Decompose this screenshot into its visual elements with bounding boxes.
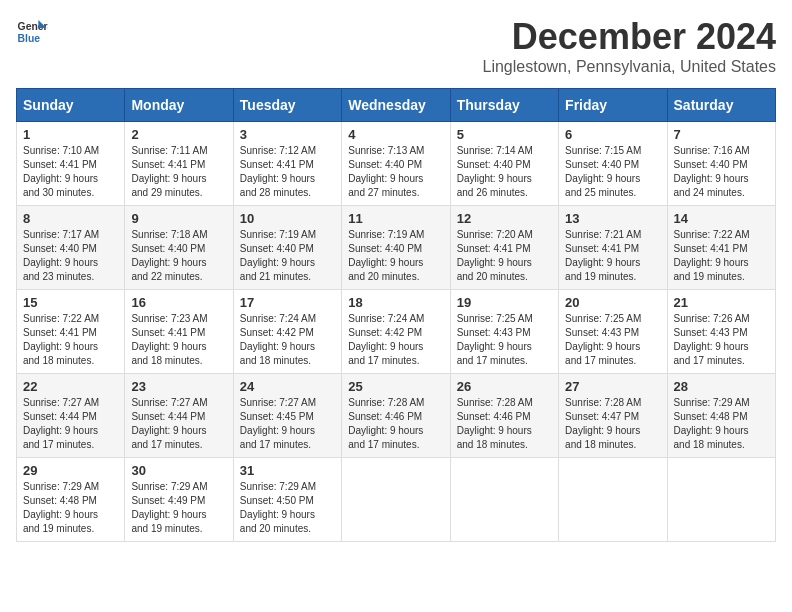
calendar-cell: 30Sunrise: 7:29 AMSunset: 4:49 PMDayligh… — [125, 458, 233, 542]
calendar-cell: 31Sunrise: 7:29 AMSunset: 4:50 PMDayligh… — [233, 458, 341, 542]
calendar-cell: 2Sunrise: 7:11 AMSunset: 4:41 PMDaylight… — [125, 122, 233, 206]
calendar-cell: 14Sunrise: 7:22 AMSunset: 4:41 PMDayligh… — [667, 206, 775, 290]
calendar-cell: 22Sunrise: 7:27 AMSunset: 4:44 PMDayligh… — [17, 374, 125, 458]
day-number: 27 — [565, 379, 660, 394]
calendar-cell: 20Sunrise: 7:25 AMSunset: 4:43 PMDayligh… — [559, 290, 667, 374]
day-number: 20 — [565, 295, 660, 310]
day-number: 3 — [240, 127, 335, 142]
day-number: 9 — [131, 211, 226, 226]
day-info: Sunrise: 7:19 AMSunset: 4:40 PMDaylight:… — [240, 228, 335, 284]
calendar-cell — [450, 458, 558, 542]
day-info: Sunrise: 7:26 AMSunset: 4:43 PMDaylight:… — [674, 312, 769, 368]
day-info: Sunrise: 7:11 AMSunset: 4:41 PMDaylight:… — [131, 144, 226, 200]
day-info: Sunrise: 7:23 AMSunset: 4:41 PMDaylight:… — [131, 312, 226, 368]
day-info: Sunrise: 7:24 AMSunset: 4:42 PMDaylight:… — [240, 312, 335, 368]
header-tuesday: Tuesday — [233, 89, 341, 122]
day-number: 4 — [348, 127, 443, 142]
day-number: 13 — [565, 211, 660, 226]
day-number: 30 — [131, 463, 226, 478]
header-wednesday: Wednesday — [342, 89, 450, 122]
calendar-cell: 28Sunrise: 7:29 AMSunset: 4:48 PMDayligh… — [667, 374, 775, 458]
calendar-cell: 11Sunrise: 7:19 AMSunset: 4:40 PMDayligh… — [342, 206, 450, 290]
calendar-cell: 7Sunrise: 7:16 AMSunset: 4:40 PMDaylight… — [667, 122, 775, 206]
day-info: Sunrise: 7:16 AMSunset: 4:40 PMDaylight:… — [674, 144, 769, 200]
day-number: 24 — [240, 379, 335, 394]
calendar-cell: 25Sunrise: 7:28 AMSunset: 4:46 PMDayligh… — [342, 374, 450, 458]
calendar-cell: 24Sunrise: 7:27 AMSunset: 4:45 PMDayligh… — [233, 374, 341, 458]
header-thursday: Thursday — [450, 89, 558, 122]
day-number: 29 — [23, 463, 118, 478]
calendar-cell: 10Sunrise: 7:19 AMSunset: 4:40 PMDayligh… — [233, 206, 341, 290]
day-info: Sunrise: 7:25 AMSunset: 4:43 PMDaylight:… — [565, 312, 660, 368]
calendar-cell — [667, 458, 775, 542]
calendar-cell: 9Sunrise: 7:18 AMSunset: 4:40 PMDaylight… — [125, 206, 233, 290]
header-monday: Monday — [125, 89, 233, 122]
day-info: Sunrise: 7:29 AMSunset: 4:50 PMDaylight:… — [240, 480, 335, 536]
day-info: Sunrise: 7:13 AMSunset: 4:40 PMDaylight:… — [348, 144, 443, 200]
day-number: 26 — [457, 379, 552, 394]
day-info: Sunrise: 7:28 AMSunset: 4:47 PMDaylight:… — [565, 396, 660, 452]
day-info: Sunrise: 7:22 AMSunset: 4:41 PMDaylight:… — [23, 312, 118, 368]
day-info: Sunrise: 7:27 AMSunset: 4:44 PMDaylight:… — [131, 396, 226, 452]
day-info: Sunrise: 7:28 AMSunset: 4:46 PMDaylight:… — [457, 396, 552, 452]
day-info: Sunrise: 7:29 AMSunset: 4:49 PMDaylight:… — [131, 480, 226, 536]
svg-text:Blue: Blue — [18, 33, 41, 44]
day-info: Sunrise: 7:29 AMSunset: 4:48 PMDaylight:… — [674, 396, 769, 452]
day-info: Sunrise: 7:27 AMSunset: 4:44 PMDaylight:… — [23, 396, 118, 452]
calendar-cell: 13Sunrise: 7:21 AMSunset: 4:41 PMDayligh… — [559, 206, 667, 290]
day-number: 14 — [674, 211, 769, 226]
calendar-cell: 21Sunrise: 7:26 AMSunset: 4:43 PMDayligh… — [667, 290, 775, 374]
day-number: 19 — [457, 295, 552, 310]
calendar-cell: 5Sunrise: 7:14 AMSunset: 4:40 PMDaylight… — [450, 122, 558, 206]
calendar-cell: 17Sunrise: 7:24 AMSunset: 4:42 PMDayligh… — [233, 290, 341, 374]
day-number: 23 — [131, 379, 226, 394]
calendar-table: SundayMondayTuesdayWednesdayThursdayFrid… — [16, 88, 776, 542]
day-number: 11 — [348, 211, 443, 226]
day-number: 10 — [240, 211, 335, 226]
calendar-cell: 1Sunrise: 7:10 AMSunset: 4:41 PMDaylight… — [17, 122, 125, 206]
calendar-cell: 18Sunrise: 7:24 AMSunset: 4:42 PMDayligh… — [342, 290, 450, 374]
header-row: SundayMondayTuesdayWednesdayThursdayFrid… — [17, 89, 776, 122]
day-number: 18 — [348, 295, 443, 310]
calendar-cell: 16Sunrise: 7:23 AMSunset: 4:41 PMDayligh… — [125, 290, 233, 374]
header-saturday: Saturday — [667, 89, 775, 122]
day-number: 21 — [674, 295, 769, 310]
day-number: 31 — [240, 463, 335, 478]
day-info: Sunrise: 7:20 AMSunset: 4:41 PMDaylight:… — [457, 228, 552, 284]
day-number: 16 — [131, 295, 226, 310]
day-number: 15 — [23, 295, 118, 310]
title-section: December 2024 Linglestown, Pennsylvania,… — [482, 16, 776, 76]
location-title: Linglestown, Pennsylvania, United States — [482, 58, 776, 76]
day-info: Sunrise: 7:25 AMSunset: 4:43 PMDaylight:… — [457, 312, 552, 368]
calendar-cell: 19Sunrise: 7:25 AMSunset: 4:43 PMDayligh… — [450, 290, 558, 374]
calendar-cell: 29Sunrise: 7:29 AMSunset: 4:48 PMDayligh… — [17, 458, 125, 542]
day-info: Sunrise: 7:17 AMSunset: 4:40 PMDaylight:… — [23, 228, 118, 284]
page-header: General Blue December 2024 Linglestown, … — [16, 16, 776, 76]
day-number: 6 — [565, 127, 660, 142]
day-number: 5 — [457, 127, 552, 142]
day-number: 1 — [23, 127, 118, 142]
day-info: Sunrise: 7:28 AMSunset: 4:46 PMDaylight:… — [348, 396, 443, 452]
calendar-cell: 8Sunrise: 7:17 AMSunset: 4:40 PMDaylight… — [17, 206, 125, 290]
day-info: Sunrise: 7:29 AMSunset: 4:48 PMDaylight:… — [23, 480, 118, 536]
day-info: Sunrise: 7:19 AMSunset: 4:40 PMDaylight:… — [348, 228, 443, 284]
day-info: Sunrise: 7:14 AMSunset: 4:40 PMDaylight:… — [457, 144, 552, 200]
day-number: 12 — [457, 211, 552, 226]
calendar-cell: 3Sunrise: 7:12 AMSunset: 4:41 PMDaylight… — [233, 122, 341, 206]
month-title: December 2024 — [482, 16, 776, 58]
day-info: Sunrise: 7:24 AMSunset: 4:42 PMDaylight:… — [348, 312, 443, 368]
day-number: 17 — [240, 295, 335, 310]
header-sunday: Sunday — [17, 89, 125, 122]
calendar-cell — [559, 458, 667, 542]
calendar-cell: 23Sunrise: 7:27 AMSunset: 4:44 PMDayligh… — [125, 374, 233, 458]
calendar-cell: 26Sunrise: 7:28 AMSunset: 4:46 PMDayligh… — [450, 374, 558, 458]
day-info: Sunrise: 7:15 AMSunset: 4:40 PMDaylight:… — [565, 144, 660, 200]
day-number: 2 — [131, 127, 226, 142]
day-number: 22 — [23, 379, 118, 394]
day-info: Sunrise: 7:21 AMSunset: 4:41 PMDaylight:… — [565, 228, 660, 284]
day-info: Sunrise: 7:12 AMSunset: 4:41 PMDaylight:… — [240, 144, 335, 200]
calendar-cell: 27Sunrise: 7:28 AMSunset: 4:47 PMDayligh… — [559, 374, 667, 458]
day-number: 8 — [23, 211, 118, 226]
calendar-cell — [342, 458, 450, 542]
calendar-cell: 12Sunrise: 7:20 AMSunset: 4:41 PMDayligh… — [450, 206, 558, 290]
